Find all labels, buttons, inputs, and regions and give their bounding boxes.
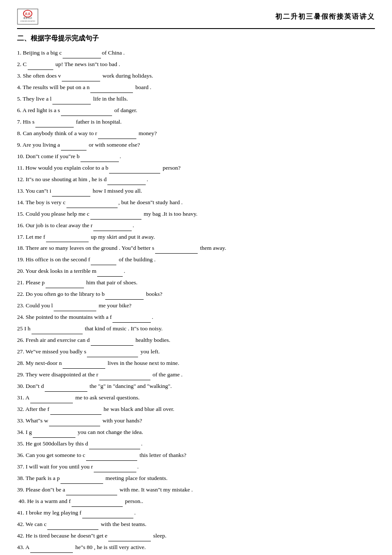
list-item: 42. We can c with the best teams.: [17, 519, 375, 530]
blank-8: [98, 132, 136, 139]
list-item: 36. Can you get someone to c this letter…: [17, 450, 375, 461]
list-item: 27. We"ve missed you badly s you left.: [17, 346, 375, 358]
page: 真真 教育培训 ZHENZHEN EDUCATION 初二升初三暑假衔接英语讲义…: [0, 0, 392, 555]
blank-27: [87, 350, 138, 357]
blank-29: [99, 373, 150, 380]
section-title: 二、根据字母提示完成句子: [17, 34, 375, 43]
list-item: 8. Can anybody think of a way to r money…: [17, 128, 375, 139]
list-item: 31. A me to ask several questions.: [17, 392, 375, 404]
list-item: 10. Don"t come if you"re b.: [17, 151, 375, 162]
blank-11: [109, 167, 160, 173]
blank-25: [32, 327, 83, 334]
list-item: 13. You can"t i how I missed you all.: [17, 185, 375, 197]
svg-text:ZHENZHEN EDUCATION: ZHENZHEN EDUCATION: [20, 20, 35, 22]
list-item: 9. Are you living a or with someone else…: [17, 139, 375, 151]
blank-28: [63, 362, 105, 369]
blank-39: [66, 489, 117, 495]
list-item: 22. Do you often go to the library to b …: [17, 289, 375, 300]
list-item: 37. I will wait for you until you r.: [17, 461, 375, 473]
blank-42a: [47, 523, 98, 530]
blank-35: [89, 442, 140, 449]
list-item: 6. A red light is a s of danger.: [17, 105, 375, 116]
blank-13: [52, 190, 90, 197]
list-item: 7. His s father is in hospital.: [17, 116, 375, 128]
list-item: 41. I broke my leg playing f.: [17, 507, 375, 519]
blank-31: [30, 396, 73, 403]
blank-22: [105, 293, 144, 300]
blank-18: [155, 247, 198, 254]
logo-area: 真真 教育培训 ZHENZHEN EDUCATION: [17, 9, 38, 25]
svg-text:真真: 真真: [25, 12, 31, 16]
list-item: 20. Your desk looks in a terrible m.: [17, 266, 375, 277]
blank-2: [28, 63, 53, 70]
blank-5: [52, 98, 91, 104]
list-item: 1. Beijing is a big cof China .: [17, 47, 375, 59]
svg-text:教育培训: 教育培训: [23, 17, 32, 19]
blank-26: [91, 339, 133, 346]
logo-icon: 真真 教育培训 ZHENZHEN EDUCATION: [17, 9, 38, 25]
blank-9: [61, 144, 86, 150]
list-item: 5. They live a l life in the hills.: [17, 93, 375, 105]
list-item: 21. Please p him that pair of shoes.: [17, 277, 375, 289]
list-item: 30. Don"t d the "g" in "dancing" and "wa…: [17, 381, 375, 392]
blank-38: [61, 477, 103, 484]
blank-17: [46, 235, 89, 242]
exercises-list: 1. Beijing is a big cof China . 2. C up!…: [17, 47, 375, 553]
blank-23: [54, 304, 96, 311]
blank-6: [61, 109, 112, 116]
blank-42b: [108, 535, 151, 541]
list-item: 12. It"s no use shouting at him , he is …: [17, 174, 375, 185]
blank-14: [66, 201, 118, 208]
list-item: 17. Let me f up my skirt and put it away…: [17, 231, 375, 243]
list-item: 40. He is a warm and f person..: [17, 496, 375, 507]
blank-34: [33, 431, 75, 438]
blank-36: [86, 454, 137, 461]
list-item: 3. She often does v work during holidays…: [17, 70, 375, 82]
list-item: 32. After the f he was black and blue al…: [17, 404, 375, 415]
blank-32: [50, 408, 101, 415]
blank-4: [90, 86, 133, 93]
blank-16: [93, 224, 132, 231]
blank-12: [107, 178, 146, 185]
list-item: 18. There are so many leaves on the grou…: [17, 243, 375, 254]
list-item: 15. Could you please help me c my bag .I…: [17, 208, 375, 220]
blank-40: [72, 500, 123, 507]
blank-15: [90, 213, 141, 220]
list-item: 43. A he"s 80 , he is still very active.: [17, 542, 375, 553]
list-item: 25 I h that kind of music . It"s too noi…: [17, 323, 375, 335]
blank-33: [49, 419, 100, 426]
blank-19: [91, 258, 116, 265]
list-item: 14. The boy is very c, but he doesn"t st…: [17, 197, 375, 208]
list-item: 29. They were disappointed at the r of t…: [17, 369, 375, 381]
list-item: 23. Could you l me your bike?: [17, 300, 375, 312]
list-item: 11. How would you explain color to a b p…: [17, 162, 375, 174]
list-item: 19. His office is on the second f of the…: [17, 254, 375, 266]
blank-7: [35, 121, 74, 127]
list-item: 38. The park is a p meeting place for st…: [17, 473, 375, 484]
blank-21: [46, 281, 84, 288]
blank-41: [82, 512, 133, 518]
list-item: 4. The results will be put on a n board …: [17, 82, 375, 93]
list-item: 24. She pointed to the mountains with a …: [17, 312, 375, 323]
list-item: 16. Our job is to clear away the r.: [17, 220, 375, 231]
list-item: 28. My next-door n lives in the house ne…: [17, 358, 375, 369]
blank-24: [112, 316, 151, 323]
blank-3: [62, 75, 100, 81]
blank-30: [45, 385, 87, 392]
list-item: 2. C up! The news isn"t too bad .: [17, 59, 375, 70]
list-item: 35. He got 500dollars by this d.: [17, 438, 375, 450]
list-item: 33. What"s w with your hands?: [17, 415, 375, 427]
blank-20: [97, 270, 123, 277]
list-item: 34. I g you can not change the idea.: [17, 427, 375, 438]
blank-37: [94, 465, 136, 472]
blank-10: [81, 155, 119, 162]
blank-1: [63, 52, 101, 58]
list-item: 42. He is tired because he doesn"t get e…: [17, 530, 375, 542]
blank-43: [30, 546, 73, 553]
list-item: 39. Please don"t be a with me. It wasn"t…: [17, 484, 375, 496]
header: 真真 教育培训 ZHENZHEN EDUCATION 初二升初三暑假衔接英语讲义: [17, 9, 375, 29]
header-title: 初二升初三暑假衔接英语讲义: [275, 12, 375, 21]
list-item: 26. Fresh air and exercise can d healthy…: [17, 335, 375, 346]
